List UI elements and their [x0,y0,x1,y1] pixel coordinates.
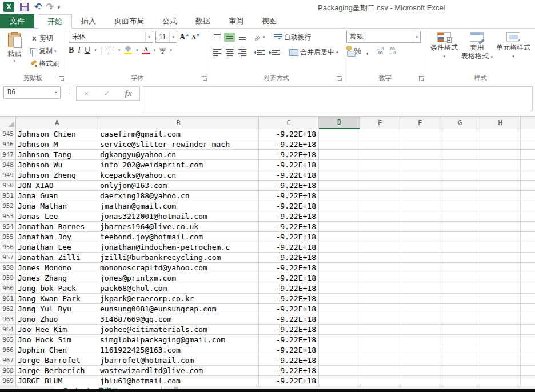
cell-D952[interactable] [319,201,360,211]
cell-F965[interactable] [400,335,440,345]
cell-A945[interactable]: Johnson Chien [16,129,98,139]
row-header-954[interactable]: 954 [0,222,16,232]
cell-C949[interactable]: -9.22E+18 [259,170,319,181]
cell-H964[interactable] [480,325,521,335]
cell-E956[interactable] [360,242,400,253]
ribbon-tab-2[interactable]: 插入 [72,14,105,28]
cell-D968[interactable] [319,366,360,376]
cell-partial969[interactable] [521,376,535,386]
cell-G961[interactable] [440,294,480,304]
cell-E948[interactable] [360,160,400,170]
align-middle-button[interactable] [224,33,235,42]
copy-button[interactable]: 复制▾ [29,46,61,57]
cell-D945[interactable] [319,129,360,139]
increase-indent-button[interactable] [268,49,282,56]
cell-E953[interactable] [360,211,400,222]
row-header-957[interactable]: 957 [0,253,16,263]
cell-H969[interactable] [480,376,521,386]
row-header-963[interactable]: 963 [0,314,16,325]
cell-B948[interactable]: info_202@weidaprint.com [98,160,259,170]
cell-partial945[interactable] [521,129,535,139]
cell-B963[interactable]: 314687669@qq.com [98,314,259,325]
column-header-H[interactable]: H [480,117,521,129]
cell-A949[interactable]: Johnson Zheng [16,170,98,181]
row-header-968[interactable]: 968 [0,366,16,376]
row-header-948[interactable]: 948 [0,160,16,170]
cell-E960[interactable] [360,283,400,294]
cell-C961[interactable]: -9.22E+18 [259,294,319,304]
cell-F946[interactable] [400,139,440,150]
cell-D947[interactable] [319,150,360,160]
cell-C963[interactable]: -9.22E+18 [259,314,319,325]
row-header-949[interactable]: 949 [0,170,16,181]
cell-G945[interactable] [440,129,480,139]
cell-D967[interactable] [319,355,360,366]
cell-partial949[interactable] [521,170,535,181]
cell-partial951[interactable] [521,191,535,201]
cell-E959[interactable] [360,273,400,283]
cell-A967[interactable]: Jorge Barrofet [16,355,98,366]
cell-partial956[interactable] [521,242,535,253]
cell-F968[interactable] [400,366,440,376]
number-format-dropdown-icon[interactable]: ▾ [413,31,420,42]
ribbon-tab-0[interactable]: 文件 [0,14,34,28]
increase-font-size-button[interactable]: A▲ [179,33,189,42]
cell-G962[interactable] [440,304,480,314]
row-header-962[interactable]: 962 [0,304,16,314]
cell-H946[interactable] [480,139,521,150]
row-header-966[interactable]: 966 [0,345,16,355]
cell-H952[interactable] [480,201,521,211]
cell-H968[interactable] [480,366,521,376]
cell-H960[interactable] [480,283,521,294]
cell-F947[interactable] [400,150,440,160]
cell-partial955[interactable] [521,232,535,242]
cell-D953[interactable] [319,211,360,222]
column-header-E[interactable]: E [360,117,400,129]
cell-G963[interactable] [440,314,480,325]
cell-C948[interactable]: -9.22E+18 [259,160,319,170]
cell-E946[interactable] [360,139,400,150]
cell-B953[interactable]: jonas3212001@hotmail.com [98,211,259,222]
customize-qat-icon[interactable]: ▾ [58,5,61,10]
cell-B954[interactable]: jbarnes1964@live.co.uk [98,222,259,232]
cell-E964[interactable] [360,325,400,335]
number-dialog-launcher[interactable] [419,76,424,81]
cancel-icon[interactable]: × [84,89,89,98]
bold-button[interactable]: B [69,46,74,55]
cell-G965[interactable] [440,335,480,345]
font-size-dropdown-icon[interactable]: ▾ [169,31,177,42]
cut-button[interactable]: 剪切 [29,33,61,44]
cell-H966[interactable] [480,345,521,355]
cell-F958[interactable] [400,263,440,273]
cell-C966[interactable]: -9.22E+18 [259,345,319,355]
orientation-button[interactable]: ab [253,31,262,43]
cell-G946[interactable] [440,139,480,150]
font-name-combobox[interactable]: 宋体▾ [69,31,153,43]
borders-button[interactable] [107,47,114,54]
cell-G951[interactable] [440,191,480,201]
cell-C953[interactable]: -9.22E+18 [259,211,319,222]
cell-B959[interactable]: jones@printxm.com [98,273,259,283]
cell-C969[interactable]: -9.22E+18 [259,376,319,386]
cell-H951[interactable] [480,191,521,201]
fill-color-button[interactable] [124,46,132,54]
ribbon-tab-5[interactable]: 数据 [186,14,219,28]
cell-C957[interactable]: -9.22E+18 [259,253,319,263]
cell-B961[interactable]: jkpark@eraecorp.co.kr [98,294,259,304]
row-header-952[interactable]: 952 [0,201,16,211]
cell-D951[interactable] [319,191,360,201]
column-header-partial[interactable] [521,117,535,129]
cell-E963[interactable] [360,314,400,325]
font-dialog-launcher[interactable] [202,76,207,81]
phonetic-guide-button[interactable]: wén文 [159,47,166,54]
row-header-951[interactable]: 951 [0,191,16,201]
cell-C952[interactable]: -9.22E+18 [259,201,319,211]
cell-partial966[interactable] [521,345,535,355]
cell-B964[interactable]: joohee@citimaterials.com [98,325,259,335]
column-header-C[interactable]: C [259,117,319,129]
cell-partial964[interactable] [521,325,535,335]
cell-G948[interactable] [440,160,480,170]
cell-A948[interactable]: Johnson Wu [16,160,98,170]
cell-F964[interactable] [400,325,440,335]
cell-G947[interactable] [440,150,480,160]
